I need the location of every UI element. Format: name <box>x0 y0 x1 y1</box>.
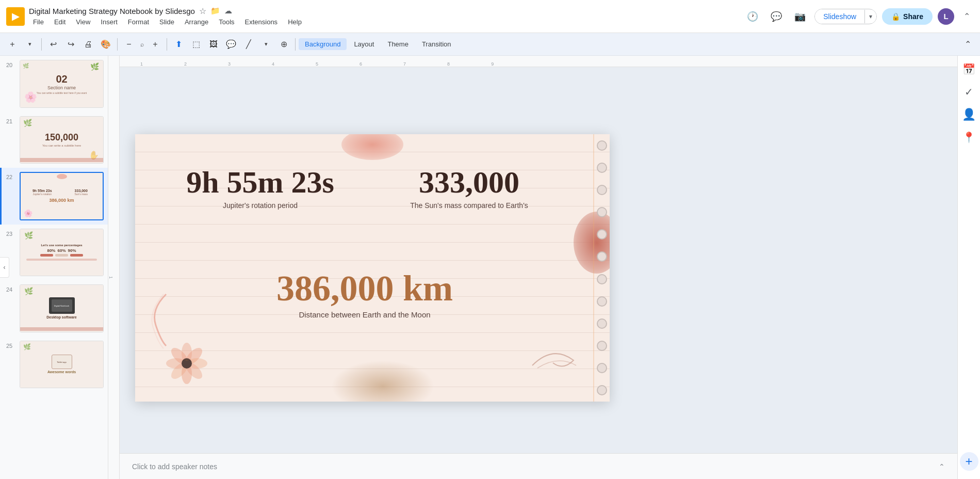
slide-number-20: 20 <box>6 62 15 68</box>
menu-bar: File Edit View Insert Format Slide Arran… <box>29 17 739 27</box>
slide-number-24: 24 <box>6 286 15 293</box>
contacts-icon[interactable]: 👤 <box>960 105 978 124</box>
notes-bar[interactable]: Click to add speaker notes ⌃ <box>120 453 957 479</box>
stat3-label: Distance between Earth and the Moon <box>161 310 568 319</box>
user-avatar[interactable]: L <box>938 8 954 25</box>
collapse-toolbar-icon[interactable]: ⌃ <box>959 36 976 53</box>
stat-block-1: 9h 55m 23s Jupiter's rotation period <box>161 165 360 210</box>
share-button[interactable]: 🔒 Share <box>882 8 933 25</box>
redo-button[interactable]: ↪ <box>62 36 79 53</box>
shape-tool[interactable]: 💬 <box>223 36 239 53</box>
notes-expand-icon[interactable]: ⌃ <box>939 462 945 471</box>
topbar-right: 🕐 💬 📷 Slideshow ▾ 🔒 Share L ⌃ <box>743 7 974 26</box>
theme-button[interactable]: Theme <box>381 38 414 50</box>
stat1-value: 9h 55m 23s <box>161 165 360 199</box>
slide-number-21: 21 <box>6 118 15 124</box>
comment-tool[interactable]: ⊕ <box>275 36 292 53</box>
cloud-icon[interactable]: ☁ <box>224 6 232 15</box>
notes-placeholder[interactable]: Click to add speaker notes <box>132 462 217 471</box>
slide-thumb-23[interactable]: 🌿 Let's use some percentages 80% 60% 90% <box>20 229 104 277</box>
paint-format-button[interactable]: 🎨 <box>97 36 114 53</box>
tasks-icon[interactable]: ✓ <box>960 83 978 101</box>
stats-grid-top: 9h 55m 23s Jupiter's rotation period 333… <box>161 165 568 210</box>
separator <box>41 38 42 51</box>
menu-format[interactable]: Format <box>124 17 153 27</box>
zoom-level[interactable]: ⌕ <box>138 36 146 53</box>
zoom-in-button[interactable]: + <box>147 36 164 53</box>
slide-item-24[interactable]: 24 🌿 Digital Notebook Desktop software <box>0 280 108 337</box>
horizontal-ruler: 1 2 3 4 5 6 7 8 9 <box>120 56 957 67</box>
background-button[interactable]: Background <box>299 38 347 50</box>
history-icon[interactable]: 🕐 <box>743 7 762 26</box>
line-tool[interactable]: ╱ <box>240 36 257 53</box>
slide-item-20[interactable]: 20 🌿 🌿 02 Section name You can write a s… <box>0 56 108 112</box>
menu-arrange[interactable]: Arrange <box>181 17 213 27</box>
slide-thumb-25[interactable]: 🌿 Tablet app Awesome words <box>20 341 104 389</box>
print-button[interactable]: 🖨 <box>80 36 96 53</box>
swash-decoration <box>527 345 579 371</box>
app-logo[interactable]: ▶ <box>6 7 25 26</box>
slideshow-label: Slideshow <box>815 9 864 24</box>
image-tool[interactable]: 🖼 <box>205 36 222 53</box>
maps-icon[interactable]: 📍 <box>960 128 978 147</box>
slide-canvas[interactable]: 9h 55m 23s Jupiter's rotation period 333… <box>135 134 610 402</box>
canvas-scroll[interactable]: 9h 55m 23s Jupiter's rotation period 333… <box>120 67 957 453</box>
select-tool[interactable]: ⬚ <box>188 36 204 53</box>
slide-thumb-20[interactable]: 🌿 🌿 02 Section name You can write a subt… <box>20 60 104 108</box>
folder-icon[interactable]: 📁 <box>210 6 220 15</box>
slideshow-dropdown-icon[interactable]: ▾ <box>864 10 876 23</box>
thumb22-s1: 9h 55m 23s <box>24 189 61 193</box>
meet-icon[interactable]: 📷 <box>791 7 809 26</box>
canvas-area: 1 2 3 4 5 1 2 3 4 5 6 7 8 9 <box>108 56 957 479</box>
menu-help[interactable]: Help <box>284 17 306 27</box>
stat1-label: Jupiter's rotation period <box>161 201 360 210</box>
slide-thumb-21[interactable]: 🌿 150,000 You can write a subtitle here … <box>20 116 104 164</box>
menu-slide[interactable]: Slide <box>155 17 178 27</box>
separator4 <box>295 38 296 51</box>
slide-item-22[interactable]: 22 9h 55m 23s Jupiter's rotation 333,000 <box>0 168 108 224</box>
layout-button[interactable]: Layout <box>348 38 380 50</box>
thumb20-name: Section name <box>47 85 76 90</box>
slide-item-21[interactable]: 21 🌿 150,000 You can write a subtitle he… <box>0 112 108 168</box>
thumb20-sub: You can write a subtitle text here if yo… <box>37 91 87 94</box>
slide-thumb-22[interactable]: 9h 55m 23s Jupiter's rotation 333,000 Su… <box>20 172 104 220</box>
slideshow-button[interactable]: Slideshow ▾ <box>814 9 877 24</box>
slide-panel: 20 🌿 🌿 02 Section name You can write a s… <box>0 56 108 479</box>
stat3-value: 386,000 km <box>161 268 568 308</box>
separator2 <box>117 38 118 51</box>
thumb21-num: 150,000 <box>45 132 78 143</box>
menu-insert[interactable]: Insert <box>96 17 122 27</box>
thumb24-title: Desktop software <box>46 315 76 319</box>
slide-item-25[interactable]: 25 🌿 Tablet app Awesome words <box>0 337 108 393</box>
star-icon[interactable]: ☆ <box>199 6 206 16</box>
stat-block-2: 333,000 The Sun's mass compared to Earth… <box>370 165 568 210</box>
menu-edit[interactable]: Edit <box>50 17 70 27</box>
collapse-toolbar-button[interactable]: ⌃ <box>959 9 974 24</box>
add-dropdown[interactable]: ▾ <box>22 36 38 53</box>
collapse-panel-button[interactable]: ‹ <box>0 257 9 278</box>
comment-icon[interactable]: 💬 <box>767 7 786 26</box>
thumb22-s2: 333,000 <box>63 189 100 193</box>
slide-number-23: 23 <box>6 231 15 237</box>
cursor-tool[interactable]: ⬆ <box>170 36 187 53</box>
menu-extensions[interactable]: Extensions <box>241 17 282 27</box>
slide-item-23[interactable]: 23 🌿 Let's use some percentages 80% 60% … <box>0 225 108 281</box>
slide-number-25: 25 <box>6 343 15 349</box>
slide-thumb-24[interactable]: 🌿 Digital Notebook Desktop software <box>20 284 104 332</box>
spiral-binding <box>594 134 610 402</box>
undo-button[interactable]: ↩ <box>45 36 61 53</box>
add-button[interactable]: + <box>4 36 21 53</box>
main-area: 20 🌿 🌿 02 Section name You can write a s… <box>0 56 980 479</box>
stat-block-3: 386,000 km Distance between Earth and th… <box>161 268 568 319</box>
toolbar: + ▾ ↩ ↪ 🖨 🎨 − ⌕ + ⬆ ⬚ 🖼 💬 ╱ ▾ ⊕ Backgrou… <box>0 33 980 56</box>
document-title[interactable]: Digital Marketing Strategy Notebook by S… <box>29 7 195 15</box>
add-addon-button[interactable]: + <box>960 452 978 471</box>
calendar-icon[interactable]: 📅 <box>960 60 978 78</box>
line-dropdown[interactable]: ▾ <box>258 36 274 53</box>
menu-tools[interactable]: Tools <box>215 17 238 27</box>
vertical-ruler: 1 2 3 4 5 <box>108 56 120 479</box>
transition-button[interactable]: Transition <box>416 38 458 50</box>
zoom-out-button[interactable]: − <box>121 36 137 53</box>
menu-view[interactable]: View <box>72 17 94 27</box>
menu-file[interactable]: File <box>29 17 48 27</box>
